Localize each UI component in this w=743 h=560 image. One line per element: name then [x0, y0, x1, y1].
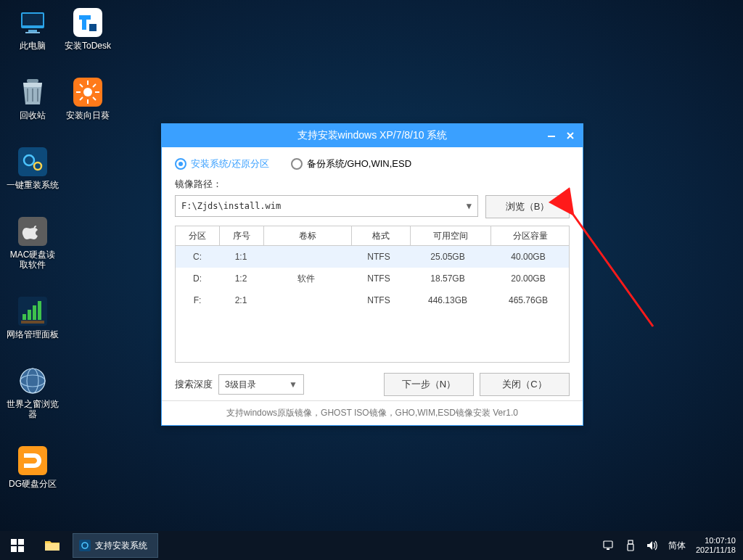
browse-button[interactable]: 浏览（B） [485, 195, 570, 218]
svg-rect-39 [79, 540, 91, 551]
radio-label: 安装系统/还原分区 [191, 157, 269, 170]
tray-date: 2021/11/18 [696, 545, 736, 555]
next-button[interactable]: 下一步（N） [384, 373, 474, 396]
desktop-icon-network-panel[interactable]: 网络管理面板 [6, 296, 59, 339]
mode-radios: 安装系统/还原分区 备份系统/GHO,WIN,ESD [175, 157, 570, 170]
desktop-icon-label: 此电脑 [20, 41, 46, 51]
desktop-icon-label: 网络管理面板 [7, 329, 59, 339]
th-label: 卷标 [264, 226, 352, 245]
th-index: 序号 [220, 226, 264, 245]
gears-icon [17, 147, 48, 177]
installer-dialog: 支持安装windows XP/7/8/10 系统 安装系统/还原分区 备份系统/… [161, 123, 583, 426]
tray-clock[interactable]: 10:07:10 2021/11/18 [696, 536, 736, 555]
svg-rect-26 [21, 321, 44, 324]
sunflower-icon [73, 77, 103, 107]
svg-point-8 [83, 88, 92, 96]
todesk-icon [73, 7, 103, 38]
svg-rect-36 [11, 546, 17, 552]
radio-label: 备份系统/GHO,WIN,ESD [307, 157, 411, 170]
desktop-icon-reinstall[interactable]: 一键重装系统 [6, 147, 59, 190]
image-path-dropdown[interactable]: F:\Zjds\install.wim ▼ [175, 195, 478, 217]
th-partition: 分区 [176, 226, 220, 245]
close-button[interactable] [561, 124, 580, 147]
desktop-icon-todesk[interactable]: 安装ToDesk [61, 7, 115, 51]
th-size: 分区容量 [491, 226, 569, 245]
desktop-icon-sunlogin[interactable]: 安装向日葵 [61, 77, 115, 120]
svg-rect-2 [28, 30, 37, 32]
desktop-icon-label: DG硬盘分区 [9, 479, 57, 489]
radio-backup[interactable]: 备份系统/GHO,WIN,ESD [291, 157, 411, 170]
svg-rect-43 [628, 540, 633, 544]
minimize-icon [547, 131, 556, 140]
desktop-icon-theworld-browser[interactable]: 世界之窗浏览器 [6, 366, 59, 419]
gear-icon [79, 540, 91, 551]
start-button[interactable] [0, 531, 35, 560]
desktop-icon-this-pc[interactable]: 此电脑 [6, 7, 59, 51]
table-header: 分区 序号 卷标 格式 可用空间 分区容量 [176, 226, 569, 246]
tray-network-icon[interactable] [603, 540, 615, 551]
monitor-icon [17, 7, 48, 38]
svg-line-33 [572, 213, 653, 326]
tray-usb-icon[interactable] [625, 540, 636, 551]
folder-icon [44, 539, 60, 552]
svg-rect-24 [33, 305, 36, 320]
desktop-icon-label: 回收站 [20, 110, 46, 120]
table-body[interactable]: C: 1:1 NTFS 25.05GB 40.00GB D: 1:2 软件 NT… [176, 246, 569, 362]
radio-dot-icon [175, 158, 186, 170]
desktop-icon-label: 世界之窗浏览器 [6, 399, 59, 419]
search-depth-select[interactable]: 3级目录 ▼ [218, 374, 304, 395]
apple-disk-icon [17, 216, 48, 247]
search-depth-label: 搜索深度 [175, 378, 213, 391]
desktop-icon-diskgenius[interactable]: DG硬盘分区 [6, 445, 59, 489]
svg-rect-17 [18, 147, 47, 176]
close-icon [566, 131, 575, 140]
partition-table: 分区 序号 卷标 格式 可用空间 分区容量 C: 1:1 NTFS 25.05G… [175, 226, 570, 363]
desktop-icon-label: 安装向日葵 [66, 110, 110, 120]
table-row[interactable]: D: 1:2 软件 NTFS 18.57GB 20.00GB [176, 268, 569, 289]
th-format: 格式 [352, 226, 411, 245]
taskbar-task-installer[interactable]: 支持安装系统 [73, 533, 158, 558]
table-row[interactable]: C: 1:1 NTFS 25.05GB 40.00GB [176, 246, 569, 268]
svg-rect-23 [28, 310, 31, 320]
table-row[interactable]: F: 2:1 NTFS 446.13GB 465.76GB [176, 289, 569, 311]
taskbar-explorer-button[interactable] [35, 531, 70, 560]
trash-icon [17, 77, 48, 107]
desktop-icon-mac-disk[interactable]: MAC硬盘读取软件 [6, 216, 59, 270]
svg-rect-31 [18, 446, 47, 475]
svg-rect-6 [27, 79, 38, 83]
svg-rect-5 [89, 24, 97, 31]
globe-icon [17, 366, 48, 396]
svg-rect-1 [22, 14, 43, 25]
tray-ime[interactable]: 简体 [668, 540, 686, 552]
svg-rect-38 [45, 543, 59, 551]
desktop: 此电脑 安装ToDesk 回收站 安装向日葵 一键重装系统 MAC硬盘读取软件 [0, 0, 743, 531]
svg-rect-25 [38, 301, 41, 320]
desktop-icon-label: 安装ToDesk [65, 41, 111, 51]
tray-volume-icon[interactable] [646, 540, 658, 551]
minimize-button[interactable] [542, 124, 561, 147]
image-path-label: 镜像路径： [175, 178, 570, 191]
radio-install[interactable]: 安装系统/还原分区 [175, 157, 269, 170]
th-free: 可用空间 [411, 226, 491, 245]
radio-dot-icon [291, 158, 303, 170]
dialog-titlebar[interactable]: 支持安装windows XP/7/8/10 系统 [162, 124, 583, 147]
desktop-icon-recycle-bin[interactable]: 回收站 [6, 77, 59, 120]
network-bars-icon [17, 296, 48, 326]
svg-rect-32 [548, 136, 555, 137]
taskbar-task-label: 支持安装系统 [95, 540, 147, 552]
svg-rect-34 [11, 539, 17, 545]
svg-rect-42 [607, 548, 609, 550]
svg-rect-37 [18, 546, 24, 552]
taskbar: 支持安装系统 简体 10:07:10 2021/11/18 [0, 531, 743, 560]
dialog-title: 支持安装windows XP/7/8/10 系统 [297, 129, 448, 142]
desktop-icon-label: MAC硬盘读取软件 [6, 250, 59, 270]
svg-rect-22 [22, 314, 26, 320]
svg-rect-35 [18, 539, 24, 545]
svg-rect-44 [628, 544, 633, 551]
diskgenius-icon [17, 445, 48, 476]
close-dialog-button[interactable]: 关闭（C） [480, 373, 570, 396]
windows-icon [11, 539, 24, 552]
image-path-value: F:\Zjds\install.wim [181, 201, 281, 211]
tray-time: 10:07:10 [696, 536, 736, 545]
chevron-down-icon: ▼ [289, 379, 297, 390]
